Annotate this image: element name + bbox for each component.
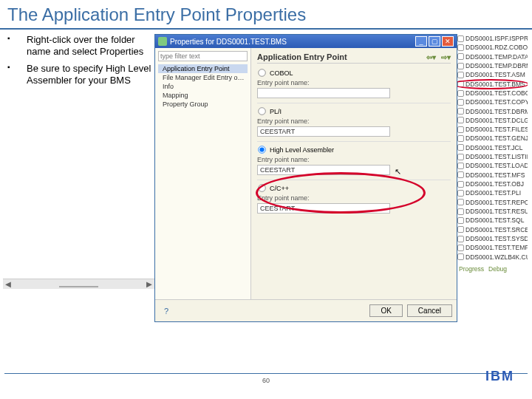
dataset-label: DDS0001.TEST.FILES (466, 125, 528, 134)
tab-debug[interactable]: Debug (488, 265, 507, 273)
dataset-cylinder-icon (457, 226, 464, 233)
dataset-item[interactable]: DDS0001.ISPF.ISPPROF (457, 34, 528, 43)
radio-cobol[interactable] (258, 69, 265, 76)
dataset-cylinder-icon (457, 117, 464, 123)
radio-pli-label: PL/I (270, 108, 282, 115)
bullet-text: Right-click over the folder name and sel… (27, 34, 154, 58)
tree-item-info[interactable]: Info (158, 82, 248, 91)
radio-pli[interactable] (258, 107, 265, 115)
dataset-cylinder-icon (457, 44, 464, 51)
dataset-item[interactable]: DDS0001.TEST.FILES (457, 125, 528, 134)
scroll-left-icon[interactable]: ◄ (3, 279, 13, 290)
back-icon[interactable]: ⇦▾ (426, 53, 436, 61)
dataset-label: DDS0001.TEST.ASM (466, 70, 525, 79)
dataset-cylinder-icon (457, 190, 464, 197)
dataset-cylinder-icon (457, 245, 464, 251)
minimize-button[interactable]: _ (415, 36, 427, 47)
dataset-item[interactable]: DDS0001.TEST.COPYLIB (457, 98, 528, 106)
radio-hla-label: High Level Assembler (270, 146, 334, 154)
dataset-cylinder-icon (457, 236, 464, 242)
dialog-content-pane: Application Entry Point ⇦▾ ⇨▾ COBOL Entr… (251, 48, 457, 299)
dataset-item[interactable]: DDS0001.TEST.DBRM (457, 107, 528, 116)
entry-pli-input[interactable] (257, 126, 390, 137)
entry-hla-input[interactable] (257, 165, 390, 175)
dataset-cylinder-icon (457, 53, 464, 60)
horizontal-scrollbar[interactable]: ◄ ► (3, 279, 154, 289)
dataset-item[interactable]: DDS0001.TEST.PLI (457, 188, 528, 197)
dataset-item[interactable]: DDS0001.TEST.MFS (457, 171, 528, 180)
dataset-cylinder-icon (457, 144, 464, 151)
dataset-item[interactable]: DDS0001.TEST.GENJCL (457, 134, 528, 143)
dataset-label: DDS0001.TEST.LOAD (466, 161, 528, 170)
tree-item-file-manager[interactable]: File Manager Edit Entry options (158, 73, 248, 82)
dataset-cylinder-icon (457, 181, 464, 188)
dataset-item[interactable]: DDS0001.TEST.LISTING (457, 152, 528, 161)
dataset-item[interactable]: DDS0001.TEMP.DBRM (457, 61, 528, 70)
close-button[interactable]: ✕ (442, 36, 454, 47)
properties-dialog: Properties for DDS0001.TEST.BMS _ ▢ ✕ Ap… (154, 34, 457, 322)
help-icon[interactable]: ? (160, 307, 168, 316)
dataset-cylinder-icon (457, 72, 464, 78)
radio-hla[interactable] (258, 146, 265, 153)
dataset-label: DDS0001.TEST.OBJ (466, 180, 524, 188)
dataset-cylinder-icon (457, 108, 464, 115)
entry-cobol-input[interactable] (257, 88, 390, 98)
tree-item-mapping[interactable]: Mapping (158, 91, 248, 100)
dataset-label: DDS0001.TEST.SYSDEBUG (466, 234, 528, 243)
dataset-item[interactable]: DDS0001.TEST.SRCE (457, 225, 528, 234)
dataset-label: DDS0001.TEST.BMS (466, 80, 525, 89)
dataset-item[interactable]: DDS0001.TEST.OBJ (457, 180, 528, 188)
radio-cpp[interactable] (258, 184, 265, 191)
dataset-cylinder-icon (457, 154, 464, 160)
dataset-item[interactable]: DDS0001.TEMP.DATA (457, 52, 528, 61)
dataset-cylinder-icon (457, 208, 464, 215)
slide-title: The Application Entry Point Properties (0, 0, 532, 30)
dataset-label: DDS0001.TEST.COBOL (466, 89, 528, 98)
section-title: Application Entry Point (257, 52, 347, 61)
forward-icon[interactable]: ⇨▾ (441, 53, 451, 61)
scroll-thumb[interactable] (59, 286, 98, 287)
dataset-label: DDS0001.TEST.TEMPLATE (466, 243, 528, 252)
footer-rule (4, 373, 528, 374)
dataset-item[interactable]: DDS0001.TEST.DCLGEN (457, 116, 528, 125)
ok-button[interactable]: OK (369, 304, 402, 317)
dataset-cylinder-icon (457, 35, 464, 42)
radio-cobol-label: COBOL (270, 69, 293, 77)
dataset-item[interactable]: DDS0001.TEST.LOAD (457, 161, 528, 170)
dataset-cylinder-icon (457, 217, 464, 224)
dataset-item[interactable]: DDS0001.TEST.TEMPLATE (457, 243, 528, 252)
dataset-item[interactable]: DDS0001.TEST.RESULTS (457, 207, 528, 216)
dataset-item[interactable]: DDS0001.TEST.BMS (457, 80, 528, 89)
dataset-item[interactable]: DDS0001.TEST.REPOSITORY (457, 198, 528, 207)
dataset-cylinder-icon (457, 126, 464, 133)
dataset-label: DDS0001.TEST.DCLGEN (466, 116, 528, 125)
dataset-item[interactable]: DDS0001.WZLB4K.CUST (457, 253, 528, 262)
dataset-item[interactable]: DDS0001.TEST.JCL (457, 143, 528, 152)
filter-input[interactable] (158, 51, 248, 61)
dataset-item[interactable]: DDS0001.RDZ.COBOL (457, 43, 528, 52)
dataset-label: DDS0001.TEST.RESULTS (466, 207, 528, 216)
dataset-label: DDS0001.TEST.LISTING (466, 152, 528, 161)
tree-item-property-group[interactable]: Property Group (158, 100, 248, 109)
dataset-label: DDS0001.TEST.GENJCL (466, 134, 528, 143)
dataset-item[interactable]: DDS0001.TEST.SYSDEBUG (457, 234, 528, 243)
dataset-item[interactable]: DDS0001.TEST.SQL (457, 216, 528, 225)
dataset-label: DDS0001.TEST.JCL (466, 143, 522, 152)
page-number: 60 (262, 377, 270, 384)
dataset-item[interactable]: DDS0001.TEST.ASM (457, 70, 528, 79)
dataset-item[interactable]: DDS0001.TEST.COBOL (457, 89, 528, 98)
maximize-button[interactable]: ▢ (429, 36, 440, 47)
dataset-cylinder-icon (457, 199, 464, 205)
cancel-button[interactable]: Cancel (407, 304, 452, 317)
dialog-titlebar[interactable]: Properties for DDS0001.TEST.BMS _ ▢ ✕ (155, 35, 457, 48)
tab-progress[interactable]: Progress (459, 265, 484, 273)
dataset-cylinder-icon (457, 81, 464, 87)
scroll-right-icon[interactable]: ► (144, 279, 154, 290)
tree-item-app-entry-point[interactable]: Application Entry Point (158, 64, 248, 73)
entry-label: Entry point name: (257, 79, 451, 86)
dialog-title: Properties for DDS0001.TEST.BMS (170, 38, 287, 46)
entry-cpp-input[interactable] (257, 203, 390, 214)
dataset-label: DDS0001.TEMP.DBRM (466, 61, 528, 70)
dataset-label: DDS0001.TEST.REPOSITORY (466, 198, 528, 207)
dataset-cylinder-icon (457, 253, 464, 260)
